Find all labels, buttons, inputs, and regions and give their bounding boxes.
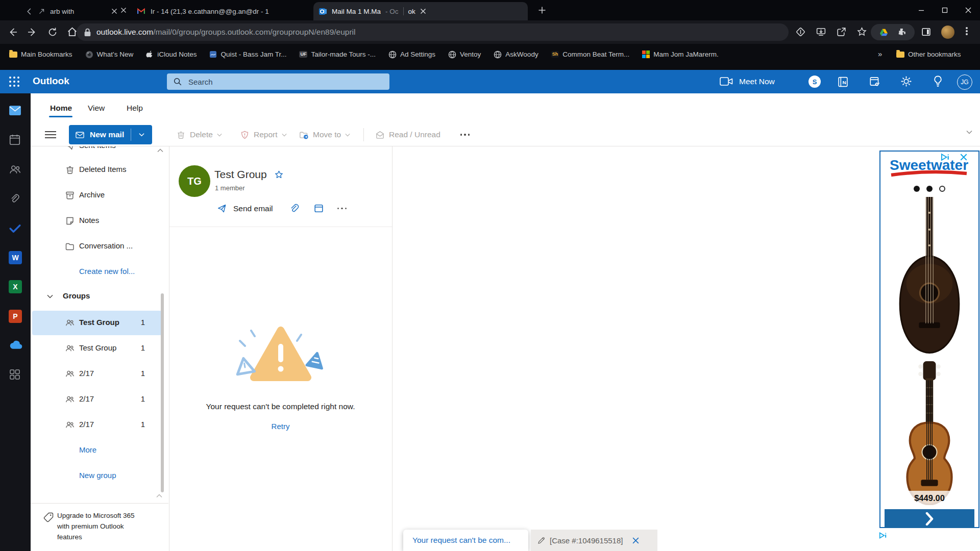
ad-next-button[interactable] (885, 509, 974, 528)
favorite-star-icon[interactable] (274, 170, 284, 180)
carousel-dot-active[interactable] (926, 186, 933, 192)
word-app-icon[interactable]: W (9, 251, 22, 264)
back-icon[interactable] (7, 27, 18, 38)
install-app-icon[interactable] (816, 27, 826, 37)
folder-item-notes[interactable]: Notes (31, 209, 168, 233)
bookmarks-overflow-chevron[interactable]: » (878, 49, 882, 58)
carousel-dot[interactable] (939, 186, 945, 192)
group-item[interactable]: 2/17 1 (31, 413, 168, 437)
other-bookmarks[interactable]: Other bookmarks (896, 51, 961, 58)
report-button[interactable]: Report (240, 125, 287, 144)
group-item[interactable]: Test Group 1 (31, 311, 168, 335)
delete-button[interactable]: Delete (176, 125, 222, 144)
tracking-prevention-icon[interactable] (795, 27, 806, 37)
calendar-icon[interactable] (313, 203, 324, 214)
carousel-dot-active[interactable] (914, 186, 920, 192)
group-avatar[interactable]: TG (179, 165, 210, 197)
url-bar[interactable]: outlook.live.com/mail/0/group/groups.out… (77, 23, 789, 41)
toolbar-more-icon[interactable] (458, 131, 472, 138)
bookmark-item[interactable]: AskWoody (494, 51, 538, 59)
search-input[interactable] (187, 77, 383, 87)
folder-pane-toggle-icon[interactable] (45, 129, 56, 140)
minimize-button[interactable] (910, 0, 933, 20)
more-apps-icon[interactable] (9, 368, 21, 381)
browser-tab-active[interactable]: Mail Ma 1 M.Ma - Oc ok (313, 2, 528, 20)
sweetwater-logo[interactable]: Sweetwater (886, 156, 972, 181)
group-item[interactable]: 2/17 1 (31, 387, 168, 412)
retry-link[interactable]: Retry (169, 422, 392, 431)
group-item[interactable]: 2/17 1 (31, 362, 168, 386)
folder-pane-scrollbar[interactable] (161, 293, 164, 492)
skype-icon[interactable]: S (808, 75, 821, 88)
tab-close-icon[interactable] (120, 7, 127, 13)
people-app-icon[interactable] (9, 163, 21, 176)
pencil-icon[interactable] (537, 536, 546, 545)
scroll-up-chevron-icon[interactable] (157, 148, 163, 153)
edge-sidebar-icon[interactable] (921, 27, 932, 37)
refresh-icon[interactable] (47, 27, 58, 38)
send-email-icon[interactable] (216, 203, 227, 214)
new-mail-button[interactable]: New mail (69, 125, 152, 144)
new-group-link[interactable]: New group (31, 464, 168, 488)
chevron-down-icon[interactable] (47, 294, 53, 298)
close-icon[interactable] (632, 537, 640, 544)
extensions-puzzle-icon[interactable] (897, 28, 906, 37)
search-box[interactable] (167, 73, 389, 90)
folder-item-deleted[interactable]: Deleted Items (31, 158, 168, 182)
meet-now-button[interactable]: Meet Now (720, 77, 775, 86)
groups-section-header[interactable]: Groups (31, 284, 168, 309)
outlook-brand[interactable]: Outlook (33, 76, 69, 87)
attach-paperclip-icon[interactable] (288, 203, 299, 214)
bookmark-item[interactable]: UFTailor-made Tours -... (299, 51, 376, 58)
scroll-up-chevron-icon[interactable] (156, 494, 162, 498)
forward-icon[interactable] (27, 27, 38, 38)
bookmark-item[interactable]: What's New (85, 51, 134, 59)
powerpoint-app-icon[interactable]: P (9, 310, 22, 323)
ribbon-collapse-chevron-icon[interactable] (966, 130, 972, 134)
onedrive-app-icon[interactable] (9, 340, 22, 349)
carousel-dots[interactable] (879, 186, 979, 192)
move-to-button[interactable]: Move to (299, 125, 350, 144)
close-button[interactable] (957, 0, 980, 20)
folder-item-archive[interactable]: Archive (31, 183, 168, 208)
bookmark-item[interactable]: Mam Jom JaMarerm. (642, 51, 719, 58)
settings-gear-icon[interactable] (900, 75, 913, 88)
share-icon[interactable] (836, 27, 847, 37)
tips-bulb-icon[interactable] (932, 75, 944, 88)
chevron-down-icon[interactable] (139, 133, 144, 137)
tab-close-icon[interactable] (420, 8, 426, 14)
profile-avatar[interactable] (941, 26, 954, 39)
tab-help[interactable]: Help (127, 104, 143, 113)
maximize-button[interactable] (933, 0, 957, 20)
adchoices-badge-icon[interactable] (879, 532, 888, 539)
tasks-icon[interactable] (869, 76, 881, 88)
folder-item-conversation[interactable]: Conversation ... (31, 234, 168, 259)
mail-app-icon[interactable] (9, 105, 21, 116)
bookmark-item[interactable]: Quist - Bass Jam Tr... (209, 51, 286, 58)
create-folder-link[interactable]: Create new fol... (31, 260, 168, 284)
account-avatar[interactable]: JG (957, 74, 972, 90)
attachments-app-icon[interactable] (9, 193, 20, 205)
send-email-label[interactable]: Send email (233, 204, 273, 213)
bookmark-star-icon[interactable] (856, 27, 867, 37)
bookmark-item[interactable]: Ventoy (448, 51, 481, 59)
google-drive-icon[interactable] (879, 28, 889, 37)
group-item[interactable]: Test Group 1 (31, 336, 168, 361)
new-tab-icon[interactable] (538, 6, 546, 14)
bookmark-item[interactable]: Ad Settings (388, 51, 435, 59)
read-unread-button[interactable]: Read / Unread (375, 125, 440, 144)
todo-app-icon[interactable] (9, 222, 21, 234)
tab-view[interactable]: View (88, 104, 105, 113)
excel-app-icon[interactable]: X (9, 280, 22, 293)
tab-home[interactable]: Home (50, 104, 72, 113)
browser-tab[interactable]: Ir - 14 (21,3 e.cathann@@g.an@dr - 1 (132, 2, 311, 20)
bookmark-item[interactable]: iCloud Notes (146, 50, 197, 59)
group-more-icon[interactable] (337, 208, 347, 210)
bookmark-item[interactable]: ShCommon Beat Term... (551, 51, 630, 58)
browser-tab[interactable]: arb with (20, 2, 122, 20)
onenote-icon[interactable]: N (837, 76, 849, 88)
bookmark-item[interactable]: Main Bookmarks (9, 51, 72, 58)
browser-menu-icon[interactable] (966, 26, 969, 38)
pane-divider[interactable] (392, 146, 393, 551)
app-launcher-icon[interactable] (8, 76, 22, 90)
